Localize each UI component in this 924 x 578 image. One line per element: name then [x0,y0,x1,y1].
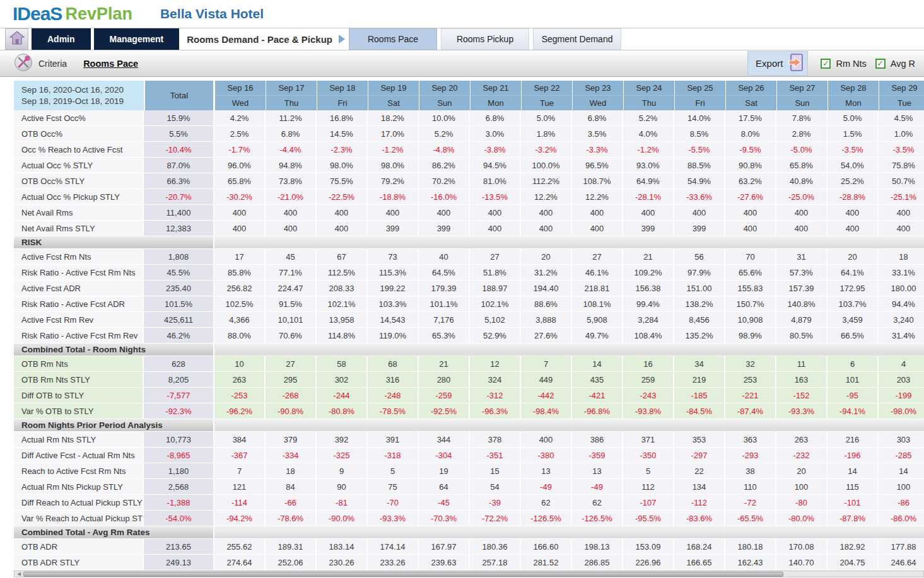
table-row: OTB ADR STLY249.13274.64252.06230.26233.… [14,555,924,570]
management-button[interactable]: Management [94,28,180,50]
tab-rooms-pace[interactable]: Rooms Pace [349,28,437,50]
cell-value: 50.7% [879,173,924,189]
row-label: OTB Occ% [14,126,144,142]
total-value: 87.0% [144,158,214,173]
column-day-header: Thu [623,96,674,111]
section-row: RISK [14,236,924,249]
cell-value: 303 [879,432,924,448]
cell-value: 5 [623,463,674,479]
cell-value: 281.52 [521,555,572,570]
cell-value: -45 [419,495,470,511]
table-row: Var % OTB to STLY-92.3%-96.2%-90.8%-80.8… [14,403,924,419]
cell-value: -4.4% [266,142,317,158]
cell-value: -92.5% [419,403,470,419]
cell-value: 6.8% [266,126,317,142]
tab-rooms-pickup-label: Rooms Pickup [457,34,513,44]
cell-value: -112 [674,495,725,511]
cell-value: 93.0% [623,158,674,173]
export-button[interactable]: Export [747,51,808,76]
cell-value: 88.5% [674,158,725,173]
table-row: Actual Rm Nts Pickup STLY2,5681218490756… [14,479,924,495]
table-row: OTB Rm Nts STLY8,20526329530231628032444… [14,372,924,388]
row-label: Risk Ratio - Active Fcst ADR [14,296,144,312]
cell-value: 62 [572,495,623,511]
cell-value: 40.8% [776,173,828,189]
cell-value: 102.5% [214,296,266,312]
cell-value: 114.8% [317,328,368,344]
cell-value: 31.2% [521,265,572,280]
cell-value: 18 [266,463,317,479]
cell-value: -98.4% [521,403,572,419]
criteria-button[interactable]: Criteria [14,53,67,74]
total-value: 235.40 [144,280,214,296]
tab-rooms-pickup[interactable]: Rooms Pickup [441,28,529,50]
cell-value: 204.75 [828,555,879,570]
cell-value: 75.8% [879,158,924,173]
cell-value: 14 [828,463,879,479]
cell-value: 8,456 [674,312,725,328]
total-value: 12,383 [144,221,214,236]
column-date-header: Sep 26 [725,81,776,96]
cell-value: 12.2% [572,189,623,205]
cell-value: -350 [623,448,674,463]
cell-value: -318 [368,448,419,463]
avg-rate-checkbox[interactable]: ✓ Avg R [875,59,915,69]
row-label: Risk Ratio - Active Fcst Rm Nts [14,265,144,280]
admin-button[interactable]: Admin [32,28,91,50]
cell-value: 392 [317,432,368,448]
cell-value: 208.33 [317,280,368,296]
cell-value: 58 [317,356,368,372]
tab-segment-demand[interactable]: Segment Demand [533,28,621,50]
cell-value: 91.5% [266,296,317,312]
home-button[interactable] [5,28,28,50]
cell-value: 54.9% [674,173,725,189]
cell-value: 3,240 [879,312,924,328]
column-date-header: Sep 25 [674,81,725,96]
horizontal-scrollbar[interactable]: ◀ [14,570,924,577]
cell-value: -70 [368,495,419,511]
column-day-header: Fri [674,96,725,111]
table-row: Active Fcst ADR235.40256.82224.47208.331… [14,280,924,296]
cell-value: 108.7% [572,173,623,189]
column-date-header: Sep 18 [317,81,368,96]
cell-value: -334 [266,448,317,463]
cell-value: 4 [879,356,924,372]
rooms-pace-link[interactable]: Rooms Pace [83,59,138,69]
cell-value: -94.2% [214,511,266,526]
cell-value: 32 [725,356,776,372]
cell-value: 4.2% [214,110,266,126]
breadcrumb-arrow-icon [339,35,345,43]
scrollbar-thumb[interactable] [23,572,783,577]
cell-value: 10,908 [725,312,776,328]
cell-value: -83.6% [674,511,725,526]
scroll-left-arrow-icon[interactable]: ◀ [15,571,23,577]
cell-value: 2.8% [776,126,828,142]
tab-segment-demand-label: Segment Demand [542,34,613,44]
cell-value: -25.1% [879,189,924,205]
cell-value: 65.8% [776,158,828,173]
table-row: Risk Ratio - Active Fcst Rm Nts45.5%85.8… [14,265,924,280]
cell-value: 12 [470,356,521,372]
cell-value: 400 [266,221,317,236]
cell-value: 140.70 [776,555,828,570]
total-value: 45.5% [144,265,214,280]
cell-value: 194.40 [521,280,572,296]
cell-value: 188.97 [470,280,521,296]
cell-value: 400 [879,205,924,221]
cell-value: -90.8% [266,403,317,419]
cell-value: -27.6% [725,189,776,205]
cell-value: -98.0% [879,403,924,419]
column-day-header: Sat [368,96,419,111]
rm-nts-checkbox[interactable]: ✓ Rm Nts [821,59,866,69]
total-value: 46.2% [144,328,214,344]
cell-value: 239.63 [419,555,470,570]
cell-value: -5.5% [674,142,725,158]
column-date-header: Sep 22 [521,81,572,96]
cell-value: 399 [623,221,674,236]
criteria-label: Criteria [38,59,67,69]
cell-value: 19 [419,463,470,479]
cell-value: -259 [419,388,470,403]
column-day-header: Mon [828,96,879,111]
cell-value: 400 [521,221,572,236]
cell-value: 5.0% [828,110,879,126]
